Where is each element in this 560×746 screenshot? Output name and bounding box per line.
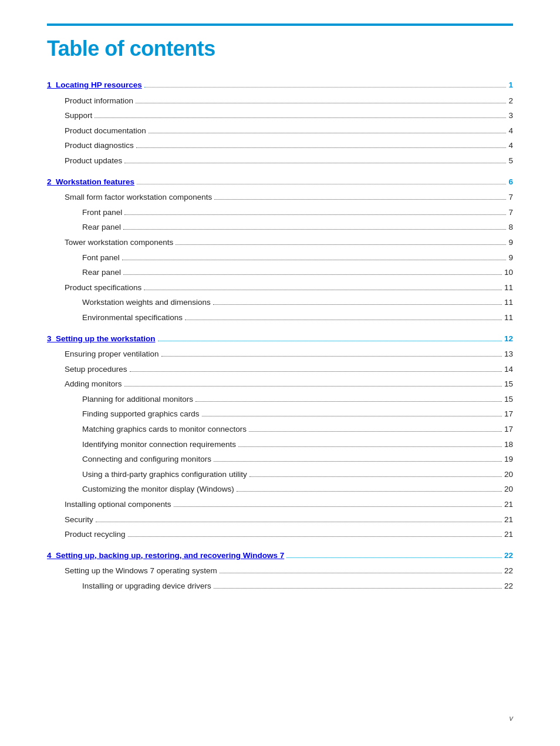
chapter-dots-3: [158, 341, 502, 341]
page-title: Table of contents: [47, 36, 513, 61]
toc-label-ch4-1: Installing or upgrading device drivers: [47, 580, 211, 593]
chapter-2: 2 Workstation features6: [47, 176, 513, 189]
toc-label-ch3-5: Matching graphics cards to monitor conne…: [47, 423, 247, 436]
toc-entry-ch2-6: Product specifications11: [47, 281, 513, 294]
chapter-label-1[interactable]: 1 Locating HP resources: [47, 79, 142, 92]
toc-label-ch4-0: Setting up the Windows 7 operating syste…: [47, 564, 217, 577]
toc-entry-ch1-4: Product updates5: [47, 154, 513, 167]
chapter-label-3[interactable]: 3 Setting up the workstation: [47, 332, 156, 345]
toc-label-ch3-2: Adding monitors: [47, 378, 122, 391]
toc-page-ch3-11: 21: [504, 513, 513, 526]
toc-page-ch3-4: 17: [504, 408, 513, 421]
toc-label-ch2-1: Front panel: [47, 206, 122, 219]
chapter-4: 4 Setting up, backing up, restoring, and…: [47, 549, 513, 562]
toc-entry-ch1-2: Product documentation4: [47, 125, 513, 137]
toc-entry-ch3-8: Using a third-party graphics configurati…: [47, 468, 513, 481]
chapter-page-1: 1: [508, 79, 513, 92]
toc-dots-ch1-2: [149, 133, 507, 133]
toc-page-ch4-1: 22: [504, 580, 513, 593]
toc-dots-ch3-12: [128, 536, 502, 537]
toc-dots-ch3-10: [174, 506, 502, 507]
toc-entry-ch3-3: Planning for additional monitors15: [47, 393, 513, 406]
toc-entry-ch3-7: Connecting and configuring monitors19: [47, 453, 513, 466]
toc-dots-ch3-9: [237, 491, 502, 492]
toc-page-ch1-3: 4: [508, 139, 513, 152]
toc-page-ch4-0: 22: [504, 564, 513, 577]
toc-page-ch3-6: 18: [504, 438, 513, 451]
toc-page-ch2-1: 7: [508, 206, 513, 219]
toc-entry-ch3-0: Ensuring proper ventilation13: [47, 348, 513, 361]
toc-page-ch3-2: 15: [504, 378, 513, 391]
chapter-dots-1: [144, 87, 507, 88]
toc-label-ch3-11: Security: [47, 513, 93, 526]
toc-dots-ch4-1: [214, 588, 502, 589]
toc-entry-ch4-0: Setting up the Windows 7 operating syste…: [47, 564, 513, 577]
toc-page-ch3-0: 13: [504, 348, 513, 361]
chapter-page-2: 6: [508, 176, 513, 189]
toc-entry-ch4-1: Installing or upgrading device drivers22: [47, 580, 513, 593]
toc-page-ch1-4: 5: [508, 154, 513, 167]
toc-label-ch2-6: Product specifications: [47, 281, 141, 294]
toc-label-ch1-3: Product diagnostics: [47, 139, 134, 152]
toc-entry-ch3-1: Setup procedures14: [47, 363, 513, 376]
toc-entry-ch1-3: Product diagnostics4: [47, 139, 513, 152]
toc-dots-ch3-11: [96, 522, 502, 522]
toc-page-ch3-1: 14: [504, 363, 513, 376]
chapter-dots-4: [286, 557, 502, 558]
toc-label-ch2-5: Rear panel: [47, 266, 121, 279]
toc-page-ch2-4: 9: [508, 251, 513, 264]
chapter-1: 1 Locating HP resources1: [47, 79, 513, 92]
toc-dots-ch2-2: [123, 229, 506, 230]
toc-page-ch3-7: 19: [504, 453, 513, 466]
toc-entry-ch2-4: Font panel9: [47, 251, 513, 264]
toc-label-ch3-8: Using a third-party graphics configurati…: [47, 468, 247, 481]
toc-entry-ch1-1: Support3: [47, 109, 513, 122]
toc-page-ch2-5: 10: [504, 266, 513, 279]
toc-page-ch3-5: 17: [504, 423, 513, 436]
toc-dots-ch1-4: [124, 163, 506, 163]
toc-dots-ch2-5: [123, 274, 502, 275]
toc-label-ch1-0: Product information: [47, 95, 133, 107]
toc-dots-ch3-5: [249, 431, 502, 432]
toc-label-ch1-4: Product updates: [47, 154, 122, 167]
toc-entry-ch3-11: Security21: [47, 513, 513, 526]
toc-entry-ch1-0: Product information2: [47, 95, 513, 107]
toc-entry-ch3-4: Finding supported graphics cards17: [47, 408, 513, 421]
toc-label-ch3-1: Setup procedures: [47, 363, 127, 376]
toc-entry-ch3-12: Product recycling21: [47, 528, 513, 541]
chapter-label-2[interactable]: 2 Workstation features: [47, 176, 134, 189]
toc-page-ch1-1: 3: [508, 109, 513, 122]
toc-label-ch2-8: Environmental specifications: [47, 311, 183, 324]
toc-page-ch2-8: 11: [504, 311, 513, 324]
toc-dots-ch1-3: [136, 147, 507, 148]
toc-container: 1 Locating HP resources1Product informat…: [47, 79, 513, 593]
chapter-label-4[interactable]: 4 Setting up, backing up, restoring, and…: [47, 549, 284, 562]
toc-dots-ch2-0: [214, 199, 506, 200]
chapter-page-3: 12: [504, 332, 513, 345]
toc-page-ch3-9: 20: [504, 483, 513, 496]
toc-label-ch3-6: Identifying monitor connection requireme…: [47, 438, 236, 451]
top-border: [47, 23, 513, 26]
toc-label-ch3-9: Customizing the monitor display (Windows…: [47, 483, 234, 496]
toc-dots-ch2-4: [122, 260, 507, 260]
toc-dots-ch4-0: [220, 573, 502, 573]
toc-dots-ch3-6: [238, 446, 502, 447]
toc-entry-ch2-0: Small form factor workstation components…: [47, 191, 513, 204]
toc-entry-ch2-3: Tower workstation components9: [47, 236, 513, 249]
toc-dots-ch2-1: [124, 214, 506, 215]
toc-entry-ch2-1: Front panel7: [47, 206, 513, 219]
toc-page-ch1-2: 4: [508, 125, 513, 137]
toc-entry-ch3-9: Customizing the monitor display (Windows…: [47, 483, 513, 496]
toc-dots-ch2-3: [176, 244, 506, 245]
toc-dots-ch3-1: [130, 371, 502, 372]
toc-dots-ch1-1: [95, 117, 506, 118]
toc-page-ch2-2: 8: [508, 221, 513, 234]
toc-dots-ch3-3: [195, 401, 502, 402]
toc-page-ch2-7: 11: [504, 296, 513, 309]
toc-entry-ch3-2: Adding monitors15: [47, 378, 513, 391]
toc-entry-ch2-8: Environmental specifications11: [47, 311, 513, 324]
toc-dots-ch2-6: [144, 290, 502, 290]
toc-dots-ch2-8: [185, 320, 502, 320]
toc-dots-ch3-0: [161, 356, 502, 357]
toc-entry-ch3-10: Installing optional components21: [47, 498, 513, 511]
